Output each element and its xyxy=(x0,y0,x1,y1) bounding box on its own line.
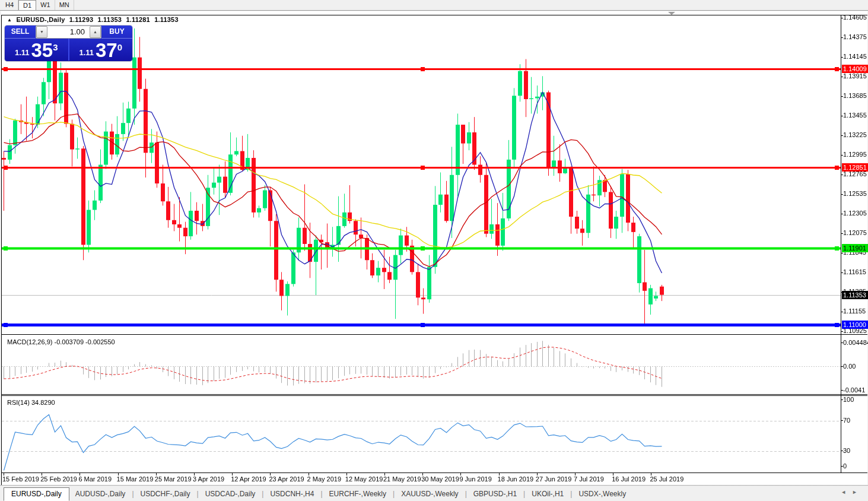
date-axis-label: 3 Apr 2019 xyxy=(193,475,224,483)
chart-tab-usdcnh-h4[interactable]: USDCNH-,H4 xyxy=(264,487,320,500)
rsi-indicator-label: RSI(14) 34.8290 xyxy=(7,399,55,406)
volume-input[interactable]: 1.00 xyxy=(47,26,90,38)
date-axis-label: 25 Feb 2019 xyxy=(40,475,77,483)
price-chart-canvas[interactable] xyxy=(0,0,868,501)
date-axis-label: 2 May 2019 xyxy=(307,475,341,483)
date-axis-label: 7 Jul 2019 xyxy=(574,475,604,483)
price-axis-tick-label: 1.13455 xyxy=(843,112,867,119)
date-axis-label: 12 May 2019 xyxy=(345,475,383,483)
price-axis-tick-label: 1.12535 xyxy=(843,190,867,198)
current-price-badge: 1.11353 xyxy=(842,291,868,299)
one-click-trading-widget: SELL ▼ 1.00 ▲ BUY 1.11 35 3 1.11 37 0 xyxy=(5,26,132,61)
date-axis-label: 15 Mar 2019 xyxy=(117,475,154,483)
date-axis-label: 21 May 2019 xyxy=(383,475,421,483)
hline-price-badge: 1.12851 xyxy=(842,163,868,172)
sell-button[interactable]: SELL xyxy=(5,26,36,39)
sell-price-big: 35 xyxy=(31,42,53,59)
rsi-axis-tick-label: 70 xyxy=(843,417,850,424)
timeframe-button-h4[interactable]: H4 xyxy=(1,0,18,10)
price-axis-tick-label: 1.13915 xyxy=(843,72,867,80)
macd-axis-tick-label: 0.00 xyxy=(843,363,856,370)
chart-tab-usdchf-daily[interactable]: USDCHF-,Daily xyxy=(135,487,196,500)
price-axis-tick-label: 1.14375 xyxy=(843,33,867,41)
chart-tab-usdx-weekly[interactable]: USDX-,Weekly xyxy=(573,487,632,500)
date-axis-label: 25 Mar 2019 xyxy=(155,475,192,483)
timeframe-button-mn[interactable]: MN xyxy=(55,0,74,10)
buy-price-pip: 0 xyxy=(117,42,122,52)
ohlc-high: 1.11353 xyxy=(98,16,122,23)
chart-tab-eurusd-daily[interactable]: EURUSD-,Daily xyxy=(4,487,69,501)
chart-tab-xauusd-weekly[interactable]: XAUUSD-,Weekly xyxy=(395,487,464,500)
date-axis-label: 27 Jun 2019 xyxy=(536,475,572,483)
buy-price-prefix: 1.11 xyxy=(79,48,94,57)
chart-shift-marker-icon[interactable] xyxy=(668,12,675,15)
hline-price-badge: 1.11000 xyxy=(842,321,868,329)
date-axis-label: 15 Feb 2019 xyxy=(2,475,39,483)
timeframe-button-w1[interactable]: W1 xyxy=(36,0,55,10)
tab-scroll-right-icon[interactable]: ► xyxy=(852,489,863,495)
chart-tab-usdcad-daily[interactable]: USDCAD-,Daily xyxy=(199,487,262,500)
date-axis-label: 18 Jun 2019 xyxy=(498,475,534,483)
date-axis-label: 12 Apr 2019 xyxy=(231,475,266,483)
date-axis-label: 16 Jul 2019 xyxy=(612,475,646,483)
macd-indicator-label: MACD(12,26,9) -0.003709 -0.002550 xyxy=(7,338,115,345)
price-axis-tick-label: 1.12995 xyxy=(843,151,867,158)
chart-symbol-label: EURUSD-,Daily xyxy=(16,16,65,23)
buy-price-panel[interactable]: 1.11 37 0 xyxy=(68,39,133,61)
date-axis-label: 30 May 2019 xyxy=(421,475,459,483)
chart-tab-ukoil-h1[interactable]: UKOil-,H1 xyxy=(526,487,570,500)
ohlc-low: 1.11281 xyxy=(126,16,150,23)
rsi-axis-tick-label: 0 xyxy=(843,462,847,470)
sell-price-prefix: 1.11 xyxy=(15,48,30,57)
rsi-axis-tick-label: 100 xyxy=(843,396,854,404)
date-axis-label: 23 Apr 2019 xyxy=(269,475,304,483)
chevron-up-icon: ▲ xyxy=(93,30,97,34)
chart-tab-audusd-daily[interactable]: AUDUSD-,Daily xyxy=(69,487,132,500)
sell-price-panel[interactable]: 1.11 35 3 xyxy=(5,39,68,61)
macd-axis-tick-label: 0.004484 xyxy=(843,339,868,347)
price-axis-tick-label: 1.11615 xyxy=(843,268,866,276)
volume-increase-button[interactable]: ▲ xyxy=(90,26,101,38)
date-axis-label: 9 Jun 2019 xyxy=(459,475,491,483)
price-axis-tick-label: 1.11155 xyxy=(843,307,866,315)
price-axis-tick-label: 1.12765 xyxy=(843,170,867,178)
timeframe-button-d1[interactable]: D1 xyxy=(18,0,36,10)
chart-tab-eurchf-weekly[interactable]: EURCHF-,Weekly xyxy=(323,487,392,500)
ohlc-open: 1.11293 xyxy=(69,16,94,23)
buy-price-big: 37 xyxy=(96,42,117,59)
buy-button[interactable]: BUY xyxy=(101,26,132,39)
tab-scroll-left-icon[interactable]: ◄ xyxy=(841,489,852,495)
date-axis-label: 25 Jul 2019 xyxy=(650,475,683,483)
mt4-chart-screen: { "toolbar": { "timeframes": [ { "label"… xyxy=(0,0,868,501)
volume-spinner: ▼ 1.00 ▲ xyxy=(36,26,101,39)
chevron-down-icon: ▼ xyxy=(40,30,44,34)
price-axis-tick-label: 1.12075 xyxy=(843,229,867,237)
rsi-axis-tick-label: 30 xyxy=(843,447,850,455)
volume-decrease-button[interactable]: ▼ xyxy=(36,26,47,38)
date-axis-label: 6 Mar 2019 xyxy=(78,475,112,483)
price-axis-tick-label: 1.13225 xyxy=(843,131,867,139)
chart-tab-bar: EURUSD-,DailyAUDUSD-,Daily|USDCHF-,Daily… xyxy=(0,486,868,501)
tab-scroll-arrows: ◄► xyxy=(841,489,863,495)
chart-tab-gbpusd-h1[interactable]: GBPUSD-,H1 xyxy=(468,487,523,500)
price-axis-tick-label: 1.12305 xyxy=(843,210,867,217)
hline-price-badge: 1.11901 xyxy=(842,244,868,252)
collapse-chart-icon[interactable]: ▲ xyxy=(7,17,12,23)
macd-axis-tick-label: -0.0041 xyxy=(843,386,865,394)
price-axis-tick-label: 1.13685 xyxy=(843,92,867,100)
hline-price-badge: 1.14009 xyxy=(842,65,868,73)
timeframe-toolbar: H4D1W1MN xyxy=(0,0,868,11)
ohlc-close: 1.11353 xyxy=(154,16,179,23)
price-axis-tick-label: 1.14145 xyxy=(843,53,867,61)
price-axis-tick-label: 1.14605 xyxy=(843,14,867,21)
chart-header: ▲ EURUSD-,Daily 1.11293 1.11353 1.11281 … xyxy=(7,16,181,23)
sell-price-pip: 3 xyxy=(53,42,58,52)
